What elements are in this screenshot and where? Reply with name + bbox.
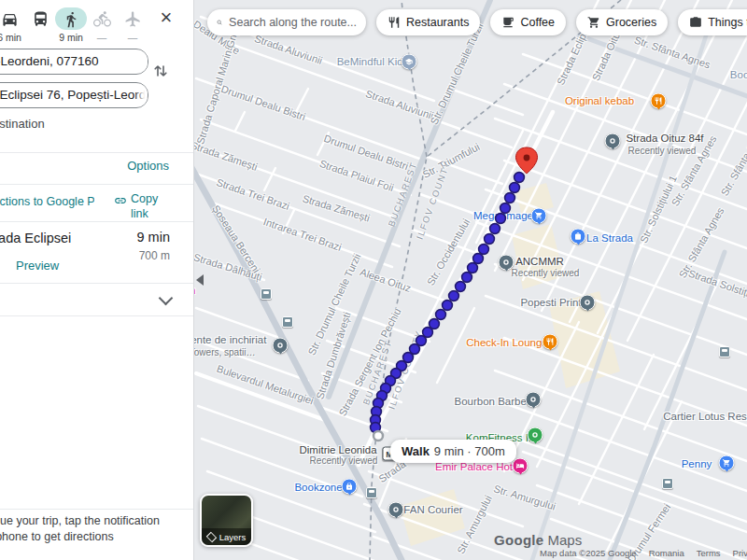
bike-icon [93, 10, 111, 28]
search-placeholder: Search along the route... [229, 16, 357, 29]
divider [0, 315, 193, 316]
copy-link-button[interactable]: Copy link [131, 191, 170, 221]
chip-things-to-do[interactable]: Things to do [678, 9, 747, 35]
camera-icon [689, 16, 702, 29]
copy-link-icon [114, 194, 127, 211]
origin-input[interactable]: Popești-Leordeni, 077160 [0, 49, 148, 75]
notification-line1: To continue your trip, tap the notificat… [0, 514, 160, 527]
destination-input[interactable]: Strada Eclipsei 76, Popești-Leordeni 077… [0, 82, 148, 108]
poi-sublabel: Recently viewed [628, 146, 697, 156]
poi-label[interactable]: ANCMMR [515, 256, 564, 267]
layers-button[interactable]: Layers [200, 494, 253, 547]
poi-label[interactable]: Bourbon Barbers [455, 396, 536, 407]
poi-pin-food-icon[interactable] [651, 93, 667, 109]
layers-icon [206, 531, 217, 541]
chip-restaurants[interactable]: Restaurants [376, 9, 480, 35]
poi-label[interactable]: Boor [730, 69, 747, 80]
poi-label[interactable]: Check-In Lounge [466, 337, 548, 348]
preview-button[interactable]: Preview [16, 259, 59, 273]
poi-pin-ring-icon[interactable] [580, 295, 596, 311]
route-tooltip-detail: 9 min · 700m [434, 444, 505, 458]
travel-mode-flight[interactable] [117, 7, 148, 30]
attribution-item[interactable]: Privacy [733, 548, 747, 558]
walk-icon [63, 10, 80, 28]
search-icon [217, 16, 222, 29]
poi-pin-ring-icon[interactable] [499, 255, 514, 271]
poi-pin-ring-icon[interactable] [273, 338, 289, 354]
poi-pin-ring-icon[interactable] [526, 392, 542, 408]
destination-value: Strada Eclipsei 76, Popești-Leordeni 077… [0, 83, 148, 107]
poi-label[interactable]: Cartier Lotus Residence [663, 411, 747, 422]
route-distance: 700 m [139, 249, 170, 262]
map-attribution: Map data ©2025 GoogleRomaniaTermsPrivacy… [540, 548, 747, 558]
chip-groceries[interactable]: Groceries [576, 9, 668, 35]
close-directions-button[interactable]: × [154, 6, 178, 30]
collapse-panel-arrow[interactable] [196, 274, 204, 286]
poi-pin-ring-icon[interactable] [605, 133, 621, 149]
travel-mode-bike[interactable] [86, 7, 118, 30]
transit-stop-icon[interactable] [282, 316, 293, 328]
poi-pin-cart-icon[interactable] [531, 208, 547, 224]
travel-mode-time: 6 min [0, 32, 21, 43]
drive-icon [1, 10, 19, 28]
attribution-item[interactable]: Map data ©2025 Google [540, 548, 637, 558]
swap-arrows-icon [153, 58, 168, 84]
options-button[interactable]: Options [127, 159, 169, 173]
route-via-label: via Strada Eclipsei [0, 230, 117, 247]
poi-pin-bed-icon[interactable] [513, 458, 529, 474]
notification-line2: on your phone to get directions [0, 530, 114, 543]
layers-label: Layers [219, 532, 247, 542]
transit-stop-icon[interactable] [662, 478, 673, 489]
add-destination-button[interactable]: Add destination [0, 117, 45, 131]
poi-pin-ring-icon[interactable] [388, 502, 404, 518]
poi-label[interactable]: Popesti Print [520, 297, 581, 308]
attribution-item[interactable]: Terms [697, 548, 721, 558]
poi-pin-bag-icon[interactable] [571, 229, 586, 245]
cart-icon [587, 16, 600, 29]
travel-mode-time: 9 min [59, 32, 83, 43]
travel-mode-time: — [128, 32, 138, 43]
divider [0, 152, 193, 153]
chevron-down-icon[interactable] [159, 291, 174, 306]
chip-coffee[interactable]: Coffee [490, 9, 566, 35]
divider [0, 283, 193, 284]
send-directions-button[interactable]: Send directions to Google Pixel [0, 192, 94, 208]
poi-label[interactable]: Penny [682, 458, 712, 469]
phone-notification-banner: To continue your trip, tap the notificat… [0, 509, 193, 560]
route-duration: 9 min [137, 230, 170, 245]
transit-stop-icon[interactable] [261, 288, 272, 300]
poi-label[interactable]: Bookzone [294, 482, 342, 493]
search-along-route-input[interactable]: Search along the route... [207, 9, 366, 35]
poi-label[interactable]: Mega Image [473, 210, 533, 221]
poi-label[interactable]: La Strada [586, 232, 633, 244]
swap-origin-destination-button[interactable] [153, 58, 168, 88]
transit-stop-icon[interactable] [366, 487, 377, 498]
route-tooltip: Walk9 min · 700m [390, 440, 516, 463]
transit-stop-icon[interactable] [719, 346, 730, 357]
poi-label[interactable]: BeMindful Kids [337, 56, 409, 67]
poi-pin-ring-icon[interactable] [528, 427, 543, 443]
travel-mode-walk[interactable] [55, 7, 87, 30]
poi-pin-food-icon[interactable] [543, 334, 558, 350]
poi-sublabel: Recently viewed [310, 455, 378, 466]
poi-pin-cap-icon[interactable] [402, 54, 417, 70]
food-icon [388, 16, 401, 29]
travel-mode-transit[interactable] [24, 7, 56, 30]
poi-label[interactable]: Original kebab [565, 95, 634, 106]
google-maps-logo: GoogleMaps [494, 532, 582, 548]
poi-label[interactable]: Dimitrie Leonida [299, 444, 376, 455]
poi-pin-cart-icon[interactable] [719, 455, 735, 471]
poi-label[interactable]: FAN Courier [403, 504, 462, 515]
transit-icon [32, 10, 49, 28]
travel-mode-drive[interactable] [0, 7, 25, 30]
divider [0, 509, 193, 510]
category-chips: RestaurantsCoffeeGroceriesThings to do [376, 9, 747, 35]
travel-mode-time: — [97, 32, 107, 43]
poi-pin-lock-icon[interactable] [342, 479, 358, 495]
divider [0, 221, 193, 222]
attribution-item[interactable]: Romania [649, 548, 684, 558]
origin-value: Popești-Leordeni, 077160 [0, 49, 148, 74]
google-maps-window: Dealu MareStrada Caporal Marin GrigoreSt… [0, 0, 747, 560]
poi-label[interactable]: Strada Oituz 84f [626, 133, 703, 144]
flight-icon [124, 10, 142, 28]
